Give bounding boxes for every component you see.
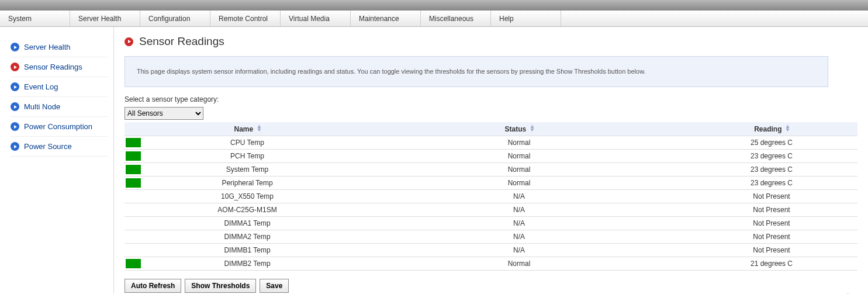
main-menubar: SystemServer HealthConfigurationRemote C… — [0, 11, 868, 27]
auto-refresh-button[interactable]: Auto Refresh — [125, 279, 181, 293]
sensor-reading: Not Present — [686, 244, 857, 257]
sensor-status: N/A — [352, 190, 686, 203]
sensor-table-body: CPU TempNormal25 degrees CPCH TempNormal… — [125, 136, 857, 271]
sensor-table: Name ▴▾ Status ▴▾ Reading ▴▾ CPU TempNor… — [125, 122, 857, 271]
sidebar-item-event-log[interactable]: Event Log — [11, 77, 108, 97]
sensor-status: Normal — [352, 150, 686, 163]
status-swatch — [126, 178, 141, 188]
table-row[interactable]: System TempNormal23 degrees C — [125, 163, 857, 177]
status-swatch — [126, 165, 141, 174]
arrow-right-icon — [11, 82, 19, 91]
sensor-reading: Not Present — [686, 230, 857, 244]
sensor-reading: 25 degrees C — [686, 136, 857, 150]
table-row[interactable]: DIMMB2 TempNormal21 degrees C — [125, 257, 857, 271]
arrow-right-icon — [11, 122, 19, 131]
status-swatch — [126, 259, 141, 268]
sensor-status: N/A — [352, 217, 686, 230]
menu-help[interactable]: Help — [491, 11, 561, 26]
status-swatch-cell — [125, 190, 142, 203]
table-row[interactable]: PCH TempNormal23 degrees C — [125, 150, 857, 163]
status-swatch-cell — [125, 177, 142, 190]
col-name-header[interactable]: Name ▴▾ — [142, 122, 352, 136]
arrow-right-icon — [125, 37, 133, 46]
show-thresholds-button[interactable]: Show Thresholds — [185, 279, 256, 293]
sensor-status: N/A — [352, 203, 686, 217]
sidebar-item-label: Server Health — [24, 43, 70, 51]
sensor-reading: 23 degrees C — [686, 177, 857, 190]
info-box: This page displays system sensor informa… — [125, 56, 828, 87]
menu-virtual-media[interactable]: Virtual Media — [281, 11, 351, 26]
sidebar-item-label: Power Source — [24, 142, 72, 151]
status-swatch-cell — [125, 257, 142, 271]
sensor-reading: Not Present — [686, 190, 857, 203]
menu-remote-control[interactable]: Remote Control — [210, 11, 281, 26]
table-row[interactable]: 10G_X550 TempN/ANot Present — [125, 190, 857, 203]
menu-configuration[interactable]: Configuration — [140, 11, 210, 26]
col-swatch — [125, 122, 142, 136]
sidebar-item-sensor-readings[interactable]: Sensor Readings — [11, 57, 108, 77]
table-row[interactable]: CPU TempNormal25 degrees C — [125, 136, 857, 150]
table-row[interactable]: DIMMA1 TempN/ANot Present — [125, 217, 857, 230]
sensor-reading: 23 degrees C — [686, 163, 857, 177]
sensor-name: PCH Temp — [142, 150, 352, 163]
sidebar-item-label: Power Consumption — [24, 122, 92, 131]
sensor-reading: 23 degrees C — [686, 150, 857, 163]
page-title: Sensor Readings — [139, 35, 224, 48]
sidebar: Server HealthSensor ReadingsEvent LogMul… — [0, 27, 114, 294]
sensor-status: Normal — [352, 136, 686, 150]
status-swatch — [126, 151, 141, 161]
sort-icon: ▴▾ — [786, 124, 789, 132]
save-button[interactable]: Save — [260, 279, 289, 293]
status-swatch-cell — [125, 217, 142, 230]
sidebar-item-multi-node[interactable]: Multi Node — [11, 97, 108, 117]
sensor-status: Normal — [352, 177, 686, 190]
sensor-status: Normal — [352, 163, 686, 177]
col-status-header[interactable]: Status ▴▾ — [352, 122, 686, 136]
status-swatch — [126, 138, 141, 147]
table-row[interactable]: Peripheral TempNormal23 degrees C — [125, 177, 857, 190]
sidebar-item-label: Multi Node — [24, 102, 60, 111]
table-row[interactable]: AOM-C25G-M1SMN/ANot Present — [125, 203, 857, 217]
sort-icon: ▴▾ — [531, 124, 534, 132]
menu-maintenance[interactable]: Maintenance — [351, 11, 421, 26]
sensor-name: DIMMB1 Temp — [142, 244, 352, 257]
menu-miscellaneous[interactable]: Miscellaneous — [421, 11, 491, 26]
col-reading-header[interactable]: Reading ▴▾ — [686, 122, 857, 136]
arrow-right-icon — [11, 142, 19, 151]
main-content: Sensor Readings This page displays syste… — [114, 27, 868, 294]
sensor-name: DIMMA2 Temp — [142, 230, 352, 244]
sensor-name: 10G_X550 Temp — [142, 190, 352, 203]
sensor-reading: Not Present — [686, 203, 857, 217]
sensor-status: N/A — [352, 244, 686, 257]
sidebar-item-label: Event Log — [24, 82, 58, 91]
table-row[interactable]: DIMMB1 TempN/ANot Present — [125, 244, 857, 257]
status-swatch-cell — [125, 203, 142, 217]
sensor-category-select[interactable]: All Sensors — [125, 107, 203, 120]
sensor-name: DIMMB2 Temp — [142, 257, 352, 271]
arrow-right-icon — [11, 102, 19, 111]
sidebar-item-power-consumption[interactable]: Power Consumption — [11, 117, 108, 137]
sort-icon: ▴▾ — [258, 124, 261, 132]
sensor-reading: Not Present — [686, 217, 857, 230]
arrow-right-icon — [11, 63, 19, 71]
sensor-name: DIMMA1 Temp — [142, 217, 352, 230]
top-gradient-bar — [0, 0, 868, 11]
sensor-status: N/A — [352, 230, 686, 244]
sensor-category-label: Select a sensor type category: — [125, 95, 857, 103]
sidebar-item-server-health[interactable]: Server Health — [11, 37, 108, 57]
sensor-name: AOM-C25G-M1SM — [142, 203, 352, 217]
table-row[interactable]: DIMMA2 TempN/ANot Present — [125, 230, 857, 244]
sensor-status: Normal — [352, 257, 686, 271]
status-swatch-cell — [125, 230, 142, 244]
sidebar-item-label: Sensor Readings — [24, 63, 82, 71]
sensor-name: System Temp — [142, 163, 352, 177]
menu-system[interactable]: System — [0, 11, 70, 26]
sensor-reading: 21 degrees C — [686, 257, 857, 271]
status-swatch-cell — [125, 150, 142, 163]
status-swatch-cell — [125, 136, 142, 150]
sidebar-item-power-source[interactable]: Power Source — [11, 137, 108, 157]
status-swatch-cell — [125, 244, 142, 257]
arrow-right-icon — [11, 43, 19, 51]
sensor-name: Peripheral Temp — [142, 177, 352, 190]
menu-server-health[interactable]: Server Health — [70, 11, 140, 26]
